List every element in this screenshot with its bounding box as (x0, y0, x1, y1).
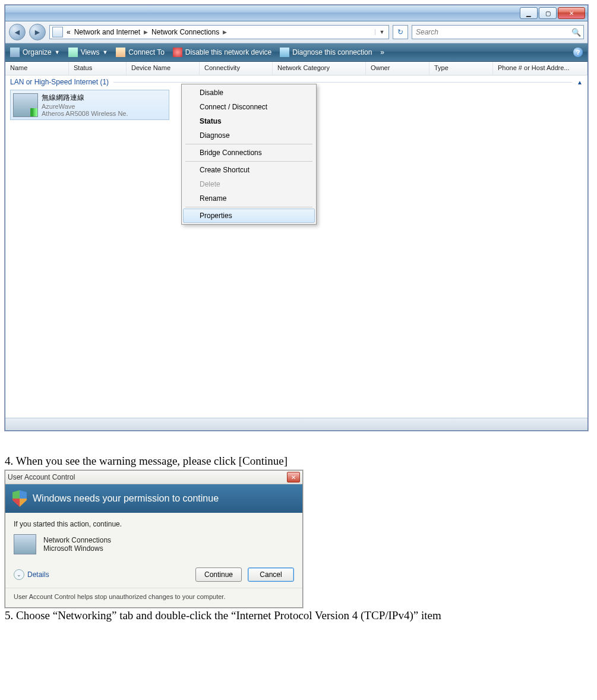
ctx-create-shortcut[interactable]: Create Shortcut (183, 163, 315, 177)
uac-banner: Windows needs your permission to continu… (5, 484, 302, 513)
breadcrumb-item[interactable]: Network and Internet (74, 28, 140, 36)
column-header[interactable]: Device Name (127, 62, 200, 75)
maximize-button[interactable]: ▢ (539, 7, 557, 19)
chevron-right-icon[interactable]: ▶ (223, 29, 227, 35)
location-icon (52, 27, 63, 37)
ctx-delete: Delete (183, 177, 315, 191)
ctx-diagnose[interactable]: Diagnose (183, 128, 315, 143)
program-icon (14, 534, 36, 554)
diagnose-icon (280, 48, 289, 57)
titlebar: ▁ ▢ ✕ (5, 5, 587, 21)
column-header[interactable]: Phone # or Host Addre... (493, 62, 587, 75)
organize-icon (10, 48, 20, 57)
disable-label: Disable this network device (185, 48, 271, 56)
close-button[interactable]: ✕ (558, 7, 585, 19)
diagnose-label: Diagnose this connection (292, 48, 372, 56)
uac-program-info: Network Connections Microsoft Windows (14, 534, 294, 554)
views-label: Views (81, 48, 100, 56)
organize-menu[interactable]: Organize ▼ (10, 48, 60, 57)
refresh-button[interactable]: ↻ (393, 25, 408, 39)
uac-body: If you started this action, continue. Ne… (5, 513, 302, 562)
column-headers: Name Status Device Name Connectivity Net… (5, 62, 587, 75)
chevron-right-icon[interactable]: ▶ (144, 29, 148, 35)
ctx-connect-disconnect[interactable]: Connect / Disconnect (183, 100, 315, 114)
connection-item[interactable]: 無線網路連線 AzureWave Atheros AR5008 Wireless… (10, 90, 169, 120)
uac-button-row: ⌄ Details Continue Cancel (5, 562, 302, 588)
views-menu[interactable]: Views ▼ (68, 48, 108, 57)
uac-footer: User Account Control helps stop unauthor… (5, 588, 302, 607)
uac-instruction: If you started this action, continue. (14, 520, 294, 528)
group-divider (113, 82, 572, 83)
forward-button[interactable]: ► (29, 24, 46, 40)
chevron-down-icon: ⌄ (14, 569, 24, 580)
connection-name: 無線網路連線 (42, 93, 128, 103)
column-header[interactable]: Owner (366, 62, 429, 75)
status-bar (5, 418, 587, 430)
column-header[interactable]: Status (69, 62, 127, 75)
breadcrumb-item[interactable]: Network Connections (151, 28, 219, 36)
chevron-up-icon[interactable]: ▲ (577, 79, 583, 86)
chevron-down-icon: ▼ (55, 49, 60, 55)
uac-dialog: User Account Control ✕ Windows needs you… (5, 470, 303, 608)
uac-close-button[interactable]: ✕ (287, 472, 300, 483)
disable-device-button[interactable]: Disable this network device (173, 48, 271, 57)
disable-icon (173, 48, 182, 57)
connection-device: Atheros AR5008 Wireless Ne. (42, 110, 128, 117)
cancel-label: Cancel (260, 570, 282, 579)
overflow-button[interactable]: » (380, 48, 384, 56)
connect-to-label: Connect To (128, 48, 165, 56)
context-menu: Disable Connect / Disconnect Status Diag… (181, 84, 317, 225)
ctx-status[interactable]: Status (183, 114, 315, 128)
diagnose-button[interactable]: Diagnose this connection (280, 48, 372, 57)
explorer-window: ▁ ▢ ✕ ◄ ► « Network and Internet ▶ Netwo… (5, 5, 588, 431)
connect-to-button[interactable]: Connect To (116, 48, 165, 57)
ctx-separator (185, 207, 312, 207)
search-box[interactable]: 🔍 (412, 25, 584, 39)
help-button[interactable]: ? (573, 48, 583, 57)
uac-title: User Account Control (8, 473, 75, 481)
uac-banner-text: Windows needs your permission to continu… (33, 493, 219, 504)
connection-network: AzureWave (42, 103, 128, 110)
uac-program-name: Network Connections (43, 536, 111, 544)
continue-button[interactable]: Continue (195, 567, 242, 582)
connect-icon (116, 48, 125, 57)
organize-label: Organize (23, 48, 52, 56)
instruction-step-5: 5. Choose “Networking” tab and double-cl… (5, 609, 592, 622)
column-header[interactable]: Network Category (273, 62, 366, 75)
cancel-button[interactable]: Cancel (248, 567, 294, 582)
breadcrumb-prefix: « (67, 28, 71, 36)
address-row: ◄ ► « Network and Internet ▶ Network Con… (5, 21, 587, 43)
address-dropdown-icon[interactable]: ▼ (375, 29, 386, 35)
continue-label: Continue (204, 570, 233, 579)
content-area: LAN or High-Speed Internet (1) ▲ 無線網路連線 … (5, 75, 587, 418)
command-bar: Organize ▼ Views ▼ Connect To Disable th… (5, 43, 587, 62)
instruction-step-4: 4. When you see the warning message, ple… (5, 455, 592, 468)
ctx-disable[interactable]: Disable (183, 86, 315, 100)
address-bar[interactable]: « Network and Internet ▶ Network Connect… (49, 25, 389, 39)
uac-details-toggle[interactable]: ⌄ Details (14, 569, 49, 580)
views-icon (68, 48, 78, 57)
uac-details-label: Details (27, 570, 49, 579)
ctx-properties[interactable]: Properties (183, 209, 315, 223)
minimize-button[interactable]: ▁ (520, 7, 538, 19)
uac-titlebar: User Account Control ✕ (5, 471, 302, 484)
wireless-adapter-icon (13, 93, 38, 117)
overflow-label: » (380, 48, 384, 56)
column-header[interactable]: Connectivity (200, 62, 273, 75)
shield-icon (12, 490, 27, 507)
group-header-label: LAN or High-Speed Internet (1) (10, 78, 109, 86)
back-button[interactable]: ◄ (9, 24, 26, 40)
ctx-bridge[interactable]: Bridge Connections (183, 146, 315, 160)
connection-text: 無線網路連線 AzureWave Atheros AR5008 Wireless… (42, 93, 128, 117)
ctx-separator (185, 161, 312, 162)
uac-program-vendor: Microsoft Windows (43, 544, 111, 553)
column-header[interactable]: Type (429, 62, 493, 75)
chevron-down-icon: ▼ (102, 49, 108, 55)
ctx-separator (185, 144, 312, 144)
ctx-rename[interactable]: Rename (183, 191, 315, 206)
search-input[interactable] (415, 27, 560, 37)
column-header[interactable]: Name (5, 62, 69, 75)
search-icon[interactable]: 🔍 (571, 28, 581, 37)
